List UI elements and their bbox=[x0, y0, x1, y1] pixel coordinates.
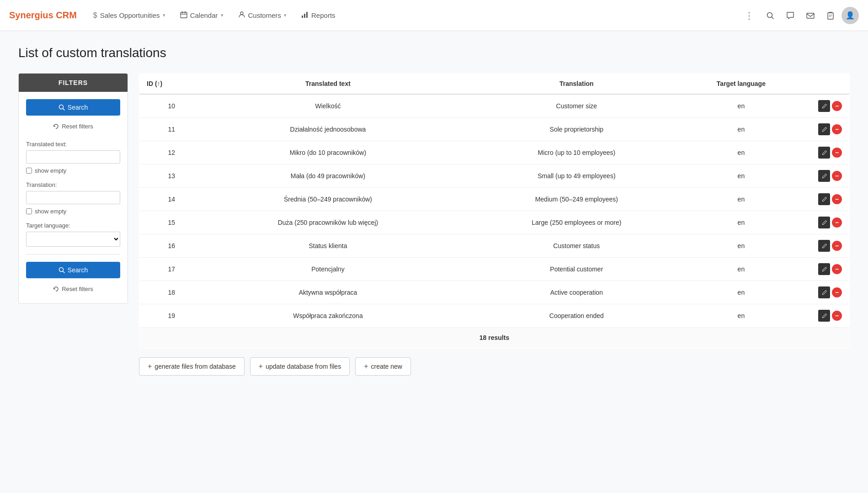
target-language-select[interactable]: en pl de bbox=[26, 232, 120, 247]
edit-button[interactable] bbox=[818, 170, 830, 182]
update-label: update database from files bbox=[266, 363, 341, 370]
delete-button[interactable]: − bbox=[832, 124, 842, 134]
cell-lang: en bbox=[701, 141, 781, 164]
edit-button[interactable] bbox=[818, 263, 830, 275]
delete-button[interactable]: − bbox=[832, 311, 842, 321]
show-empty-translated-label[interactable]: show empty bbox=[35, 167, 66, 174]
calendar-icon bbox=[180, 11, 187, 20]
reset-filters-button-bottom[interactable]: Reset filters bbox=[26, 282, 120, 296]
content-layout: FILTERS Search Reset filters bbox=[18, 73, 850, 376]
table-row: 17 Potencjalny Potential customer en − bbox=[139, 258, 850, 281]
cell-id: 18 bbox=[139, 281, 204, 304]
user-avatar[interactable]: 👤 bbox=[841, 7, 859, 24]
delete-button[interactable]: − bbox=[832, 194, 842, 204]
translation-input[interactable] bbox=[26, 191, 120, 204]
col-header-actions bbox=[782, 74, 850, 95]
cell-id: 17 bbox=[139, 258, 204, 281]
edit-button[interactable] bbox=[818, 310, 830, 322]
action-buttons: − bbox=[789, 217, 842, 228]
col-header-translation[interactable]: Translation bbox=[452, 74, 701, 95]
clipboard-button[interactable] bbox=[821, 6, 840, 25]
cell-lang: en bbox=[701, 164, 781, 188]
cell-actions: − bbox=[782, 211, 850, 234]
cell-translation: Customer size bbox=[452, 94, 701, 118]
edit-button[interactable] bbox=[818, 286, 830, 298]
brand-logo[interactable]: Synergius CRM bbox=[9, 10, 77, 21]
translated-text-input[interactable] bbox=[26, 150, 120, 164]
page-container: List of custom translations FILTERS Sear… bbox=[0, 31, 868, 390]
edit-button[interactable] bbox=[818, 123, 830, 135]
cell-actions: − bbox=[782, 304, 850, 328]
action-buttons: − bbox=[789, 170, 842, 182]
mail-button[interactable] bbox=[801, 6, 820, 25]
cell-actions: − bbox=[782, 118, 850, 141]
show-empty-translated-checkbox[interactable] bbox=[26, 168, 32, 174]
action-buttons: − bbox=[789, 286, 842, 298]
cell-id: 14 bbox=[139, 188, 204, 211]
cell-lang: en bbox=[701, 258, 781, 281]
show-empty-translation-checkbox[interactable] bbox=[26, 208, 32, 214]
generate-files-button[interactable]: + generate files from database bbox=[139, 357, 245, 376]
delete-button[interactable]: − bbox=[832, 148, 842, 158]
table-header-row: ID (↑) Translated text Translation Targe… bbox=[139, 74, 850, 95]
cell-translation: Small (up to 49 employees) bbox=[452, 164, 701, 188]
more-options-button[interactable]: ⋮ bbox=[741, 6, 757, 25]
cell-lang: en bbox=[701, 211, 781, 234]
svg-rect-2 bbox=[302, 16, 303, 18]
col-header-lang[interactable]: Target language bbox=[701, 74, 781, 95]
action-buttons: − bbox=[789, 310, 842, 322]
show-empty-translation-label[interactable]: show empty bbox=[35, 208, 66, 215]
search-button-bottom[interactable]: Search bbox=[26, 262, 120, 278]
edit-button[interactable] bbox=[818, 217, 830, 228]
filters-body: Search Reset filters Translated text: sh… bbox=[19, 92, 128, 303]
page-title: List of custom translations bbox=[18, 46, 850, 60]
reset-filters-button-top[interactable]: Reset filters bbox=[26, 119, 120, 133]
cell-translation: Micro (up to 10 employees) bbox=[452, 141, 701, 164]
table-row: 12 Mikro (do 10 pracowników) Micro (up t… bbox=[139, 141, 850, 164]
cell-translation: Active cooperation bbox=[452, 281, 701, 304]
delete-button[interactable]: − bbox=[832, 101, 842, 111]
edit-button[interactable] bbox=[818, 147, 830, 159]
cell-translated-text: Aktywna współpraca bbox=[204, 281, 453, 304]
nav-customers[interactable]: Customers ▾ bbox=[233, 7, 293, 24]
update-database-button[interactable]: + update database from files bbox=[250, 357, 350, 376]
plus-icon: + bbox=[364, 362, 368, 371]
delete-button[interactable]: − bbox=[832, 264, 842, 274]
edit-button[interactable] bbox=[818, 193, 830, 205]
edit-button[interactable] bbox=[818, 240, 830, 252]
col-header-id[interactable]: ID (↑) bbox=[139, 74, 204, 95]
nav-calendar[interactable]: Calendar ▾ bbox=[175, 7, 229, 24]
delete-button[interactable]: − bbox=[832, 287, 842, 297]
edit-button[interactable] bbox=[818, 100, 830, 112]
chat-button[interactable] bbox=[781, 6, 799, 25]
delete-button[interactable]: − bbox=[832, 217, 842, 228]
action-buttons: − bbox=[789, 240, 842, 252]
nav-reports[interactable]: Reports bbox=[296, 7, 341, 24]
plus-icon: + bbox=[259, 362, 263, 371]
brand-name: Synergius bbox=[9, 10, 53, 20]
table-row: 16 Status klienta Customer status en − bbox=[139, 234, 850, 258]
search-button-top[interactable]: Search bbox=[26, 99, 120, 116]
nav-customers-label: Customers bbox=[248, 11, 282, 19]
dollar-icon: $ bbox=[93, 11, 97, 20]
cell-id: 13 bbox=[139, 164, 204, 188]
navbar: Synergius CRM $ Sales Opportunities ▾ Ca… bbox=[0, 0, 868, 31]
cell-actions: − bbox=[782, 281, 850, 304]
create-new-button[interactable]: + create new bbox=[355, 357, 411, 376]
svg-rect-7 bbox=[828, 13, 833, 19]
cell-translation: Customer status bbox=[452, 234, 701, 258]
delete-button[interactable]: − bbox=[832, 171, 842, 181]
cell-translated-text: Mikro (do 10 pracowników) bbox=[204, 141, 453, 164]
nav-reports-label: Reports bbox=[311, 11, 335, 19]
cell-id: 11 bbox=[139, 118, 204, 141]
col-header-translated[interactable]: Translated text bbox=[204, 74, 453, 95]
delete-button[interactable]: − bbox=[832, 241, 842, 251]
nav-sales-opportunities[interactable]: $ Sales Opportunities ▾ bbox=[88, 8, 171, 23]
cell-translation: Potential customer bbox=[452, 258, 701, 281]
cell-lang: en bbox=[701, 281, 781, 304]
chart-icon bbox=[301, 11, 309, 20]
cell-translation: Cooperation ended bbox=[452, 304, 701, 328]
search-button[interactable] bbox=[761, 6, 779, 25]
cell-lang: en bbox=[701, 94, 781, 118]
table-row: 19 Współpraca zakończona Cooperation end… bbox=[139, 304, 850, 328]
